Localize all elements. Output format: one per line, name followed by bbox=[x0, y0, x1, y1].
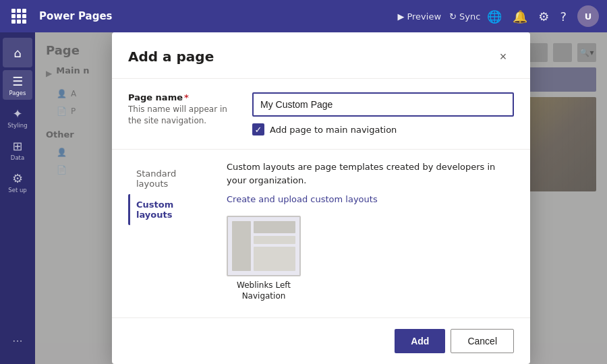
layout-card-label: Weblinks LeftNavigation bbox=[237, 280, 291, 301]
thumb-bot bbox=[254, 247, 295, 271]
navigation-checkbox[interactable]: ✓ bbox=[252, 123, 264, 135]
home-icon: ⌂ bbox=[13, 46, 21, 60]
sidebar-item-styling[interactable]: ✦ Styling bbox=[3, 102, 32, 132]
data-icon: ⊞ bbox=[12, 139, 22, 153]
tab-custom-layouts[interactable]: Custom layouts bbox=[128, 194, 216, 225]
app-title: Power Pages bbox=[39, 10, 391, 22]
topbar-icons: 🌐 🔔 ⚙ ? U bbox=[487, 5, 599, 27]
main-layout: ⌂ ☰ Pages ✦ Styling ⊞ Data ⚙ Set up ··· bbox=[0, 32, 607, 364]
thumb-content bbox=[254, 221, 295, 271]
sync-action[interactable]: ↻ Sync bbox=[449, 11, 480, 22]
close-icon: × bbox=[500, 49, 507, 63]
layout-tabs: Standard layouts Custom layouts bbox=[128, 160, 216, 301]
add-button[interactable]: Add bbox=[395, 329, 445, 353]
dialog-close-button[interactable]: × bbox=[492, 46, 514, 67]
page-name-label: Page name * bbox=[128, 92, 236, 102]
checkbox-label[interactable]: Add page to main navigation bbox=[270, 124, 397, 134]
avatar[interactable]: U bbox=[577, 5, 599, 27]
preview-action[interactable]: ▶ Preview bbox=[397, 11, 441, 22]
dialog-header: Add a page × bbox=[112, 32, 530, 79]
thumb-top bbox=[254, 221, 295, 233]
sidebar-item-home[interactable]: ⌂ bbox=[3, 38, 32, 67]
required-marker: * bbox=[184, 92, 189, 102]
top-bar: Power Pages ▶ Preview ↻ Sync 🌐 🔔 ⚙ ? U bbox=[0, 0, 607, 32]
content-area: Page ▶ Main n 👤 A 📄 P bbox=[35, 32, 607, 364]
layout-description: Custom layouts are page templates create… bbox=[227, 160, 514, 187]
layout-section: Standard layouts Custom layouts Custom l… bbox=[128, 160, 514, 301]
dialog-footer: Add Cancel bbox=[112, 317, 530, 364]
sidebar-more[interactable]: ··· bbox=[12, 335, 22, 353]
page-name-label-col: Page name * This name will appear in the… bbox=[128, 92, 236, 127]
page-name-hint: This name will appear in the site naviga… bbox=[128, 104, 236, 127]
setup-icon: ⚙ bbox=[12, 171, 23, 185]
bell-icon[interactable]: 🔔 bbox=[513, 9, 527, 24]
cancel-button[interactable]: Cancel bbox=[451, 329, 514, 353]
sidebar-item-pages[interactable]: ☰ Pages bbox=[3, 70, 32, 100]
sidebar: ⌂ ☰ Pages ✦ Styling ⊞ Data ⚙ Set up ··· bbox=[0, 32, 35, 364]
layout-card-weblinks[interactable]: Weblinks LeftNavigation bbox=[227, 216, 301, 301]
dialog-divider bbox=[112, 149, 530, 150]
dialog-title: Add a page bbox=[128, 49, 492, 65]
settings-icon[interactable]: ⚙ bbox=[538, 9, 549, 24]
globe-icon[interactable]: 🌐 bbox=[487, 9, 502, 24]
page-name-input[interactable] bbox=[252, 92, 514, 117]
styling-icon: ✦ bbox=[12, 107, 22, 121]
add-page-dialog: Add a page × Page name * Th bbox=[112, 32, 530, 364]
check-icon: ✓ bbox=[255, 124, 262, 134]
create-upload-link[interactable]: Create and upload custom layouts bbox=[227, 194, 378, 204]
sync-icon: ↻ bbox=[449, 11, 457, 22]
sidebar-item-setup[interactable]: ⚙ Set up bbox=[3, 167, 32, 197]
thumb-sidebar bbox=[232, 221, 251, 271]
layout-card-thumbnail bbox=[227, 216, 301, 276]
checkbox-row: ✓ Add page to main navigation bbox=[252, 123, 514, 135]
page-name-row: Page name * This name will appear in the… bbox=[128, 92, 514, 135]
tab-standard-layouts[interactable]: Standard layouts bbox=[128, 163, 216, 194]
layout-content: Custom layouts are page templates create… bbox=[216, 160, 514, 301]
dialog-body: Page name * This name will appear in the… bbox=[112, 79, 530, 317]
layout-cards: Weblinks LeftNavigation bbox=[227, 216, 514, 301]
pages-icon: ☰ bbox=[12, 74, 23, 88]
help-icon[interactable]: ? bbox=[560, 9, 567, 24]
waffle-menu[interactable] bbox=[8, 5, 30, 27]
sidebar-item-data[interactable]: ⊞ Data bbox=[3, 135, 32, 164]
thumb-mid bbox=[254, 236, 295, 244]
topbar-actions: ▶ Preview ↻ Sync bbox=[397, 11, 480, 22]
page-name-input-col: ✓ Add page to main navigation bbox=[252, 92, 514, 135]
preview-icon: ▶ bbox=[397, 11, 404, 22]
